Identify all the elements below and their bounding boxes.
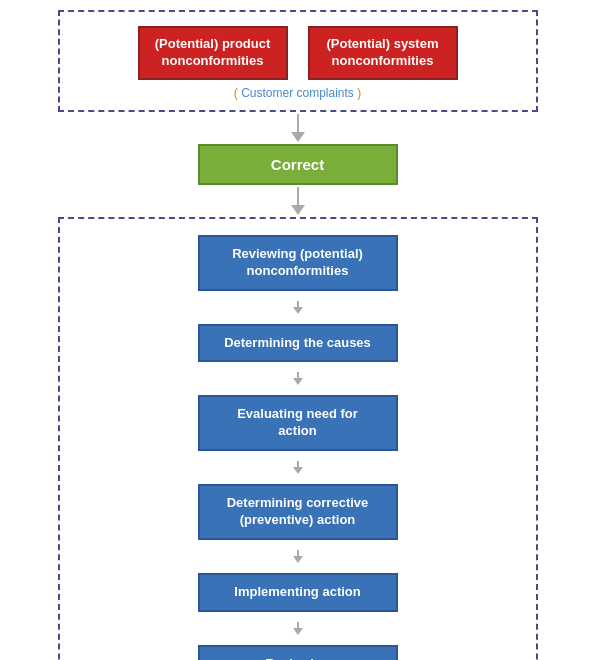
step-arrow-5 [293,622,303,635]
arrow-head [291,205,305,215]
step-arrow-3 [293,461,303,474]
product-nonconformities-box: (Potential) product nonconformities [138,26,288,80]
step-implementing-action: Implementing action [198,573,398,612]
customer-complaints-label: ( Customer complaints ) [234,86,361,100]
system-nonconformities-box: (Potential) system nonconformities [308,26,458,80]
step-determining-corrective: Determining corrective(preventive) actio… [198,484,398,540]
arrow-correct-to-middle [291,187,305,215]
middle-dashed-box: Reviewing (potential)nonconformities Det… [58,217,538,660]
step-arrow-1 [293,301,303,314]
arrow-head [291,132,305,142]
arrow-top-to-correct [291,114,305,142]
red-boxes-row: (Potential) product nonconformities (Pot… [138,26,458,80]
step-reviewing-effectiveness: Reviewingeffectiveness of action [198,645,398,660]
correct-box: Correct [198,144,398,185]
diagram: (Potential) product nonconformities (Pot… [18,10,578,660]
top-dashed-box: (Potential) product nonconformities (Pot… [58,10,538,112]
step-evaluating-need: Evaluating need foraction [198,395,398,451]
arrow-line [297,114,299,132]
arrow-line [297,187,299,205]
step-arrow-2 [293,372,303,385]
step-reviewing-nonconformities: Reviewing (potential)nonconformities [198,235,398,291]
step-determining-causes: Determining the causes [198,324,398,363]
step-arrow-4 [293,550,303,563]
